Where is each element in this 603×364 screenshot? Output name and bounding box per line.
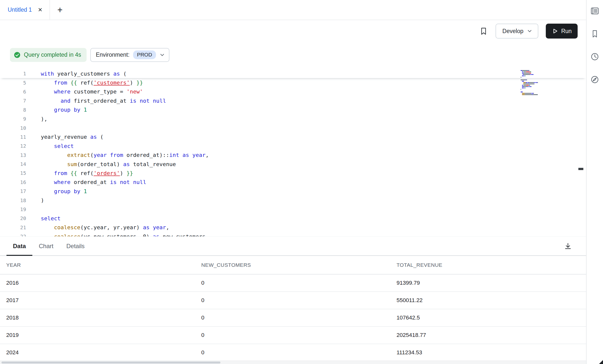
- column-header[interactable]: YEAR: [0, 262, 195, 268]
- code-line[interactable]: 13 extract(year from ordered_at)::int as…: [0, 151, 586, 160]
- code-text: select: [26, 215, 60, 222]
- code-line[interactable]: 15 from {{ ref('orders') }}: [0, 169, 586, 178]
- bookmark-icon: [590, 29, 600, 39]
- table-row[interactable]: 201902025418.77: [0, 327, 586, 344]
- table-row[interactable]: 20180107642.5: [0, 309, 586, 327]
- code-line[interactable]: 11yearly_revenue as (: [0, 133, 586, 141]
- code-line[interactable]: 16 where ordered_at is not null: [0, 178, 586, 187]
- line-number: 17: [0, 188, 26, 194]
- resize-grip[interactable]: [599, 360, 603, 364]
- environment-selector[interactable]: Environment: PROD: [90, 48, 169, 62]
- table-cell: 0: [195, 332, 390, 338]
- lineage-panel-button[interactable]: [590, 75, 600, 85]
- table-cell: 2025418.77: [390, 332, 586, 338]
- code-text: where ordered_at is not null: [26, 179, 146, 185]
- code-text: from {{ ref('orders') }}: [26, 170, 133, 176]
- bookmarks-panel-button[interactable]: [590, 29, 600, 39]
- results-tab-details[interactable]: Details: [60, 237, 91, 255]
- new-tab-button[interactable]: +: [57, 5, 63, 14]
- code-text: with yearly_customers as (: [26, 71, 126, 77]
- query-status-chip: Query completed in 4s: [10, 48, 87, 62]
- table-cell: 0: [195, 315, 390, 321]
- column-header[interactable]: TOTAL_REVENUE: [390, 262, 586, 268]
- code-line[interactable]: 5 from {{ ref('customers') }}: [0, 78, 586, 87]
- history-panel-button[interactable]: [590, 52, 600, 62]
- code-line[interactable]: 7 and first_ordered_at is not null: [0, 96, 586, 105]
- code-text: ): [26, 197, 44, 203]
- table-cell: 107642.5: [390, 315, 586, 321]
- table-row[interactable]: 20170550011.22: [0, 292, 586, 309]
- status-bar: Query completed in 4s Environment: PROD: [0, 42, 586, 68]
- minimap[interactable]: [520, 69, 549, 97]
- horizontal-scrollbar-thumb[interactable]: [1, 362, 220, 364]
- code-line[interactable]: 20select: [0, 214, 586, 223]
- history-icon: [590, 52, 600, 62]
- code-text: sum(order_total) as total_revenue: [26, 161, 176, 167]
- develop-label: Develop: [502, 28, 523, 35]
- code-line[interactable]: 10: [0, 123, 586, 132]
- close-tab-icon[interactable]: ✕: [38, 7, 42, 13]
- outline-panel-icon: [590, 6, 600, 16]
- table-row[interactable]: 2016091399.79: [0, 274, 586, 292]
- query-status-text: Query completed in 4s: [24, 51, 81, 58]
- code-text: group by 1: [26, 107, 87, 113]
- code-line[interactable]: 14 sum(order_total) as total_revenue: [0, 160, 586, 169]
- code-line[interactable]: 8 group by 1: [0, 105, 586, 114]
- main-pane: Untitled 1 ✕ + Develop Run Query compl: [0, 0, 586, 364]
- check-circle-icon: [13, 51, 21, 59]
- column-header[interactable]: NEW_CUSTOMERS: [195, 262, 390, 268]
- tab-title: Untitled 1: [8, 6, 32, 13]
- line-number: 8: [0, 107, 26, 113]
- line-number: 10: [0, 125, 26, 131]
- results-tab-chart[interactable]: Chart: [32, 237, 60, 255]
- code-line[interactable]: 18): [0, 196, 586, 205]
- table-cell: 2019: [0, 332, 195, 338]
- tab-untitled-1[interactable]: Untitled 1 ✕: [0, 0, 50, 20]
- table-cell: 91399.79: [390, 280, 586, 286]
- code-line[interactable]: 1with yearly_customers as (: [0, 69, 586, 78]
- run-label: Run: [561, 28, 572, 35]
- table-cell: 0: [195, 297, 390, 304]
- develop-button[interactable]: Develop: [496, 24, 538, 39]
- environment-badge: PROD: [133, 50, 156, 59]
- outline-panel-button[interactable]: [590, 6, 600, 16]
- results-panel: DataChartDetails YEARNEW_CUSTOMERSTOTAL_…: [0, 236, 586, 364]
- chevron-down-icon: [159, 52, 165, 58]
- line-number: 19: [0, 206, 26, 212]
- environment-label: Environment:: [96, 51, 130, 58]
- code-line[interactable]: 21 coalesce(yc.year, yr.year) as year,: [0, 223, 586, 232]
- table-cell: 2024: [0, 349, 195, 356]
- line-number: 22: [0, 233, 26, 236]
- table-body: 2016091399.7920170550011.2220180107642.5…: [0, 274, 586, 362]
- code-line[interactable]: 22 coalesce(yc.new_customers, 0) as new_…: [0, 232, 586, 236]
- line-number: 7: [0, 98, 26, 104]
- editor-tabbar: Untitled 1 ✕ +: [0, 0, 586, 20]
- editor-scrollbar-thumb[interactable]: [578, 168, 583, 170]
- run-button[interactable]: Run: [546, 24, 578, 39]
- code-text: where customer_type = 'new': [26, 89, 143, 95]
- download-button[interactable]: [564, 242, 572, 250]
- code-line[interactable]: 19: [0, 205, 586, 214]
- code-line[interactable]: 12 select: [0, 141, 586, 150]
- table-row[interactable]: 20240111234.53: [0, 344, 586, 362]
- code-text: yearly_revenue as (: [26, 134, 103, 140]
- chevron-down-icon: [527, 28, 532, 34]
- line-number: 15: [0, 170, 26, 176]
- code-line[interactable]: 6 where customer_type = 'new': [0, 87, 586, 96]
- horizontal-scrollbar[interactable]: [0, 361, 586, 364]
- code-lines: 1with yearly_customers as (5 from {{ ref…: [0, 69, 586, 236]
- toolbar: Develop Run: [0, 20, 586, 42]
- download-icon: [564, 242, 572, 250]
- line-number: 6: [0, 89, 26, 95]
- right-icon-rail: [586, 0, 603, 364]
- bookmark-icon: [479, 27, 488, 36]
- code-text: select: [26, 143, 74, 149]
- code-editor[interactable]: 1with yearly_customers as (5 from {{ ref…: [0, 68, 586, 236]
- code-text: from {{ ref('customers') }}: [26, 80, 143, 86]
- code-line[interactable]: 17 group by 1: [0, 187, 586, 196]
- bookmark-button[interactable]: [479, 27, 488, 36]
- results-tab-data[interactable]: Data: [6, 237, 32, 255]
- code-text: ),: [26, 116, 48, 122]
- line-number: 13: [0, 152, 26, 158]
- code-line[interactable]: 9),: [0, 114, 586, 123]
